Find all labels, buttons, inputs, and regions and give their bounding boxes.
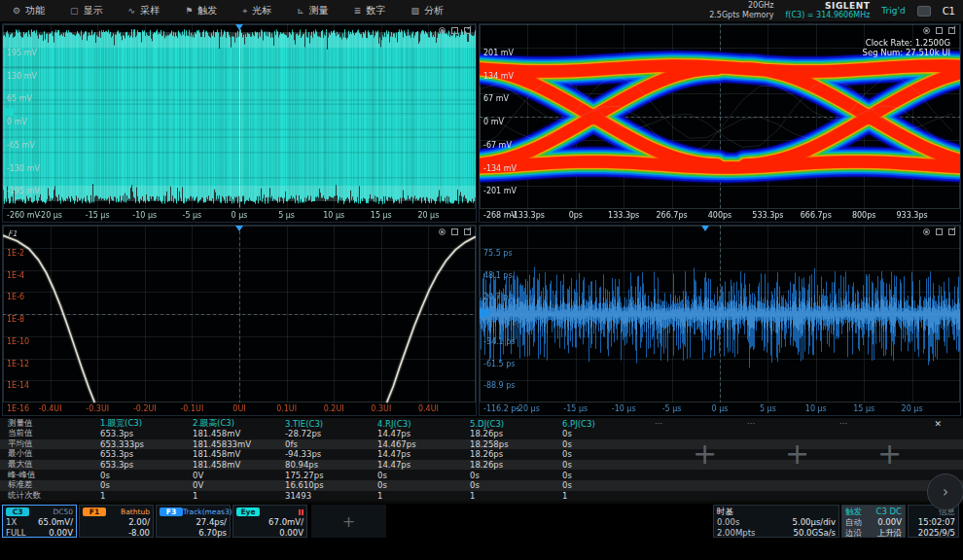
- channel-offset-marker[interactable]: [480, 309, 490, 317]
- panel-window-controls: [923, 228, 955, 235]
- measurement-column-header[interactable]: 1.眼宽(C3): [92, 418, 185, 430]
- popout-icon[interactable]: [948, 228, 955, 235]
- trigger-status-badge: Trig'd: [881, 6, 905, 16]
- table-close-icon[interactable]: ✕: [934, 419, 963, 429]
- trigger-source: C3 DC: [875, 507, 902, 517]
- menu-item-digital[interactable]: ≣数字: [341, 0, 399, 21]
- trigger-position-marker[interactable]: [701, 226, 709, 231]
- measurement-value: 14.47ps: [370, 460, 462, 470]
- expand-icon[interactable]: [936, 27, 943, 34]
- table-row: 最小值653.3ps181.458mV-94.33ps14.47ps18.26p…: [0, 449, 963, 460]
- empty-measurement-slot[interactable]: ···: [832, 419, 924, 429]
- timebase-descriptor[interactable]: 时基0.00s5.00μs/div2.00Mpts50.0GSa/s: [713, 505, 839, 538]
- channel-descriptor-f1[interactable]: F1Bathtub2.00/-8.00: [79, 505, 154, 538]
- timebase-left: 0.00s: [717, 517, 739, 528]
- menu-item-measure[interactable]: ⊾测量: [284, 0, 341, 21]
- channel-descriptor-eye[interactable]: Eye67.0mV/0.00V: [232, 505, 307, 538]
- channel-mode-label: Bathtub: [121, 508, 150, 516]
- panel-eye-diagram[interactable]: -268 mV-133.3ps0ps133.3ps266.7ps400ps533…: [479, 23, 961, 223]
- measurement-column-header[interactable]: 6.PJ(C3): [554, 419, 647, 429]
- channel-offset-marker[interactable]: [3, 108, 14, 116]
- channel-descriptor-f3[interactable]: F3Track(meas3)27.4ps/6.70ps: [156, 505, 231, 538]
- menu-item-cursor[interactable]: ⌖光标: [230, 0, 284, 21]
- measurement-value: 0V: [185, 480, 277, 490]
- descriptor-left: FULL: [6, 528, 26, 539]
- measurement-column-header[interactable]: 2.眼高(C3): [185, 418, 277, 430]
- descriptor-value: 65.0mV/: [38, 517, 73, 528]
- panel-tie-track[interactable]: -116.2 ps-20 μs-15 μs-10 μs-5 μs0 μs5 μs…: [479, 225, 961, 416]
- measurement-column-header[interactable]: 3.TIE(C3): [277, 419, 370, 429]
- panel-window-controls: [439, 27, 471, 34]
- measurement-value: 14.467ps: [370, 439, 462, 449]
- add-measurement-button[interactable]: +: [785, 439, 809, 469]
- status-bar: C3DC501X65.0mV/FULL0.00VF1Bathtub2.00/-8…: [0, 505, 963, 539]
- menu-item-trigger[interactable]: ⚑触发: [172, 0, 230, 21]
- record-icon[interactable]: [923, 228, 930, 235]
- trigger-position-marker[interactable]: [235, 24, 243, 30]
- measurement-value: 0s: [554, 439, 647, 449]
- trigger-position-marker[interactable]: [235, 226, 243, 231]
- waveform-canvas-c3-signal: [3, 24, 476, 222]
- measurement-value: 31493: [277, 491, 370, 501]
- measurement-value: 175.27ps: [277, 471, 370, 480]
- measurement-value: 0fs: [277, 439, 370, 449]
- expand-icon[interactable]: [451, 27, 458, 34]
- popout-icon[interactable]: [464, 27, 471, 34]
- waveform-canvas-tie-track: [480, 226, 960, 415]
- expand-icon[interactable]: [936, 228, 943, 235]
- record-icon[interactable]: [439, 228, 446, 235]
- measurement-column-header[interactable]: 4.RJ(C3): [370, 419, 462, 429]
- measurement-value: 1: [462, 491, 554, 501]
- table-row: 标准差0s0V16.610ps0s0s0s: [0, 480, 963, 491]
- record-icon[interactable]: [439, 27, 446, 34]
- menu-item-display[interactable]: ▢显示: [57, 0, 116, 21]
- acquire-icon: ∿: [128, 6, 136, 16]
- empty-measurement-slot[interactable]: ···: [739, 419, 832, 429]
- record-icon[interactable]: [923, 27, 930, 34]
- measurement-column-header[interactable]: 5.DJ(C3): [462, 419, 554, 429]
- memory-label: 2.5Gpts Memory: [709, 11, 773, 20]
- expand-icon[interactable]: [451, 228, 458, 235]
- table-row: 平均值653.333ps181.45833mV0fs14.467ps18.258…: [0, 439, 963, 450]
- trigger-value: 0.00V: [877, 517, 902, 528]
- measurement-value: 0s: [92, 480, 185, 490]
- menu-item-function[interactable]: ⚙功能: [0, 0, 57, 21]
- waveform-canvas-bathtub: [3, 226, 476, 415]
- panel-c3-signal[interactable]: -260 mV-20 μs-15 μs-10 μs-5 μs0 μs5 μs10…: [2, 23, 477, 223]
- trigger-descriptor[interactable]: 触发C3 DC自动0.00V边沿上升沿: [841, 505, 906, 538]
- active-channel-label[interactable]: C1: [943, 6, 955, 17]
- measurement-value: -94.33ps: [277, 449, 370, 459]
- measurement-value: 1: [92, 491, 185, 501]
- timebase-left: 2.00Mpts: [717, 528, 755, 539]
- panel-bathtub[interactable]: 1E-16-0.4UI-0.3UI-0.2UI-0.1UI0UI0.1UI0.2…: [2, 225, 477, 416]
- popout-icon[interactable]: [948, 27, 955, 34]
- popout-icon[interactable]: [464, 228, 471, 235]
- measurement-value: 0s: [462, 480, 554, 490]
- measurement-value: 181.458mV: [185, 429, 277, 438]
- channel-descriptor-c3[interactable]: C3DC501X65.0mV/FULL0.00V: [2, 505, 77, 538]
- clock-info: 信息15:02:072025/9/5: [908, 505, 959, 538]
- display-icon: ▢: [70, 6, 79, 16]
- display-status-icon[interactable]: [917, 6, 931, 17]
- eye-annotation: Seg Num: 27.510k UI: [863, 48, 950, 57]
- channel-tag: Eye: [236, 508, 260, 516]
- menu-item-analysis[interactable]: ▧分析: [398, 0, 456, 21]
- trace-label: F1: [8, 229, 18, 238]
- empty-measurement-slot[interactable]: ···: [647, 419, 739, 429]
- trigger-frequency: f(C3) = 314.9606MHz: [786, 11, 871, 20]
- measurement-value: 1: [554, 491, 647, 501]
- navigation-knob[interactable]: ›: [927, 473, 963, 510]
- add-channel-button[interactable]: +: [342, 512, 355, 531]
- add-measurement-button[interactable]: +: [877, 439, 902, 469]
- measurement-value: 0s: [462, 471, 554, 480]
- descriptor-value: 0.00V: [279, 528, 303, 539]
- add-channel-slot[interactable]: +: [311, 505, 386, 538]
- measurement-value: 0s: [370, 471, 462, 480]
- menu-items: ⚙功能▢显示∿采样⚑触发⌖光标⊾测量≣数字▧分析: [0, 0, 456, 21]
- menu-item-label: 触发: [197, 4, 217, 18]
- descriptor-left: 1X: [6, 517, 17, 528]
- add-measurement-button[interactable]: +: [693, 439, 717, 469]
- measurement-table: 测量值1.眼宽(C3)2.眼高(C3)3.TIE(C3)4.RJ(C3)5.DJ…: [0, 418, 963, 504]
- menu-item-acquire[interactable]: ∿采样: [116, 0, 173, 21]
- pause-icon[interactable]: [299, 509, 303, 515]
